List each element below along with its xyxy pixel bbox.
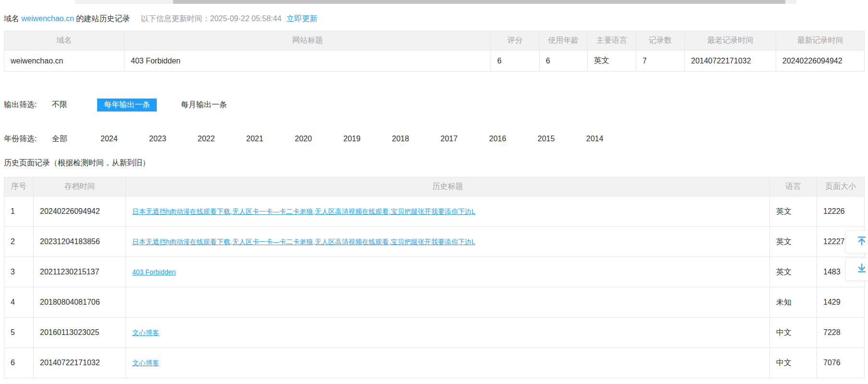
output-filter-row: 输出筛选: 不限 每年输出一条 每月输出一条 <box>4 99 227 111</box>
update-now-link[interactable]: 立即更新 <box>287 14 317 23</box>
page-language: 未知 <box>770 287 817 318</box>
summary-newest-record: 20240226094942 <box>776 50 865 72</box>
year-filter-option-2024[interactable]: 2024 <box>101 135 149 143</box>
output-filter-option-monthly[interactable]: 每月输出一条 <box>181 100 227 110</box>
output-filter-option-unlimited[interactable]: 不限 <box>52 100 67 110</box>
row-index: 4 <box>4 287 34 318</box>
year-filter-option-2016[interactable]: 2016 <box>489 135 538 143</box>
page-language: 英文 <box>770 257 817 287</box>
history-header-row: 序号 存档时间 历史标题 语言 页面大小 <box>4 177 865 197</box>
summary-header-record-count: 记录数 <box>636 31 685 50</box>
domain-history-page: { "colors": { "accent": "#1E9FFF", "link… <box>0 0 868 384</box>
year-filter-option-2018[interactable]: 2018 <box>392 135 440 143</box>
archive-time: 20231204183856 <box>34 227 126 257</box>
history-title-link[interactable]: 文心博客 <box>132 329 159 336</box>
row-index: 3 <box>4 257 34 287</box>
year-filter-option-2019[interactable]: 2019 <box>343 135 392 143</box>
summary-header-oldest: 最老记录时间 <box>685 31 776 50</box>
page-size: 7228 <box>817 318 865 348</box>
summary-score: 6 <box>491 50 540 72</box>
summary-header-age: 使用年龄 <box>540 31 588 50</box>
page-size: 1429 <box>817 287 865 318</box>
history-header-title: 历史标题 <box>126 177 770 197</box>
page-language: 中文 <box>770 318 817 348</box>
year-filter-option-2021[interactable]: 2021 <box>246 135 295 143</box>
year-filter-row: 年份筛选: 全部 2024 2023 2022 2021 2020 2019 2… <box>4 133 635 145</box>
year-filter-option-all[interactable]: 全部 <box>52 134 101 144</box>
year-filter-label: 年份筛选: <box>4 134 52 144</box>
history-row: 6 20140722171032 文心博客 中文 7076 <box>4 348 865 378</box>
arrow-up-to-bar-icon <box>846 235 867 248</box>
summary-table: 域名 网站标题 评分 使用年龄 主要语言 记录数 最老记录时间 最新记录时间 w… <box>4 31 865 72</box>
archive-time: 20160113023025 <box>34 318 126 348</box>
summary-header-language: 主要语言 <box>588 31 636 50</box>
summary-oldest-record: 20140722171032 <box>685 50 776 72</box>
page-title: 域名 weiwenchao.cn 的建站历史记录 以下信息更新时间：2025-0… <box>4 14 317 24</box>
update-time: 2025-09-22 05:58:44 <box>210 14 282 23</box>
archive-time: 20211230215137 <box>34 257 126 287</box>
history-row: 5 20160113023025 文心博客 中文 7228 <box>4 318 865 348</box>
output-filter-label: 输出筛选: <box>4 100 52 110</box>
history-header-index: 序号 <box>4 177 34 197</box>
history-title-link[interactable]: 日本无遮挡h肉动漫在线观看下载,无人区卡一卡—卡二卡老狼,无人区高清视频在线观看… <box>132 208 475 215</box>
summary-header-site-title: 网站标题 <box>125 31 491 50</box>
page-size: 12226 <box>817 197 865 227</box>
horizontal-scrollbar-track[interactable] <box>75 0 796 4</box>
summary-site-title: 403 Forbidden <box>125 50 491 72</box>
scroll-to-bottom-button[interactable] <box>845 258 868 281</box>
page-language: 英文 <box>770 197 817 227</box>
row-index: 1 <box>4 197 34 227</box>
year-filter-option-2014[interactable]: 2014 <box>586 135 635 143</box>
year-filter-option-2022[interactable]: 2022 <box>198 135 246 143</box>
scroll-to-top-button[interactable] <box>845 230 868 253</box>
summary-domain: weiwenchao.cn <box>4 50 125 72</box>
page-language: 中文 <box>770 348 817 378</box>
history-row: 3 20211230215137 403 Forbidden 英文 1483 <box>4 257 865 287</box>
horizontal-scrollbar-thumb[interactable] <box>173 0 785 4</box>
history-header-size: 页面大小 <box>817 177 865 197</box>
history-title-link[interactable]: 文心博客 <box>132 359 159 367</box>
page-language: 英文 <box>770 227 817 257</box>
arrow-down-to-bar-icon <box>846 263 867 275</box>
history-title-link[interactable]: 日本无遮挡h肉动漫在线观看下载,无人区卡一卡—卡二卡老狼,无人区高清视频在线观看… <box>132 238 475 246</box>
archive-time: 20140722171032 <box>34 348 126 378</box>
summary-age: 6 <box>540 50 588 72</box>
domain-link[interactable]: weiwenchao.cn <box>21 14 74 23</box>
summary-header-domain: 域名 <box>4 31 125 50</box>
history-heading: 历史页面记录（根据检测时间，从新到旧） <box>4 158 150 168</box>
summary-header-score: 评分 <box>491 31 540 50</box>
update-time-label: 以下信息更新时间： <box>141 14 210 23</box>
history-row: 4 20180804081706 未知 1429 <box>4 287 865 318</box>
history-header-time: 存档时间 <box>34 177 126 197</box>
history-title-link[interactable]: 403 Forbidden <box>132 268 176 276</box>
summary-language: 英文 <box>588 50 636 72</box>
history-row: 2 20231204183856 日本无遮挡h肉动漫在线观看下载,无人区卡一卡—… <box>4 227 865 257</box>
history-table: 序号 存档时间 历史标题 语言 页面大小 1 20240226094942 日本… <box>4 177 865 378</box>
summary-header-newest: 最新记录时间 <box>776 31 865 50</box>
row-index: 6 <box>4 348 34 378</box>
year-filter-option-2023[interactable]: 2023 <box>149 135 198 143</box>
output-filter-option-yearly[interactable]: 每年输出一条 <box>97 99 157 111</box>
summary-data-row: weiwenchao.cn 403 Forbidden 6 6 英文 7 201… <box>4 50 865 72</box>
summary-record-count: 7 <box>636 50 685 72</box>
domain-label: 域名 <box>4 14 19 23</box>
year-filter-option-2020[interactable]: 2020 <box>295 135 343 143</box>
year-filter-option-2015[interactable]: 2015 <box>538 135 586 143</box>
history-row: 1 20240226094942 日本无遮挡h肉动漫在线观看下载,无人区卡一卡—… <box>4 197 865 227</box>
title-suffix: 的建站历史记录 <box>76 14 130 23</box>
year-filter-option-2017[interactable]: 2017 <box>440 135 489 143</box>
archive-time: 20240226094942 <box>34 197 126 227</box>
archive-time: 20180804081706 <box>34 287 126 318</box>
history-header-lang: 语言 <box>770 177 817 197</box>
row-index: 2 <box>4 227 34 257</box>
summary-header-row: 域名 网站标题 评分 使用年龄 主要语言 记录数 最老记录时间 最新记录时间 <box>4 31 865 50</box>
row-index: 5 <box>4 318 34 348</box>
page-size: 7076 <box>817 348 865 378</box>
